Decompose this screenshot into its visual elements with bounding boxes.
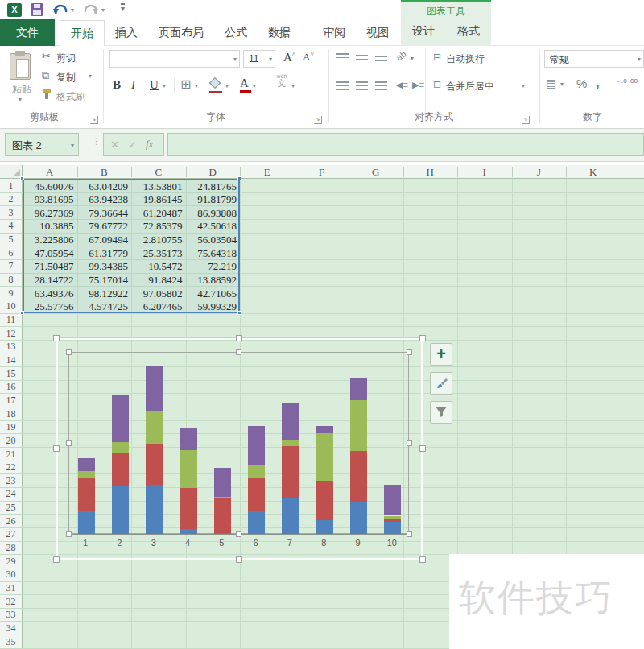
number-format-combo[interactable]: 常规▾ (544, 50, 644, 68)
bar-segment-series-c-cat3[interactable] (146, 411, 163, 444)
accounting-dropdown-icon[interactable]: ▾ (560, 81, 564, 88)
bar-segment-series-d-cat2[interactable] (112, 395, 129, 442)
customize-qat-icon[interactable]: ▾ (121, 3, 125, 13)
bar-segment-series-c-cat4[interactable] (180, 450, 197, 488)
align-center-icon[interactable] (356, 81, 368, 90)
bar-segment-series-c-cat2[interactable] (112, 442, 129, 453)
row-header-24[interactable]: 24 (0, 488, 22, 500)
row-header-16[interactable]: 16 (0, 381, 22, 393)
row-header-17[interactable]: 17 (0, 395, 22, 407)
row-header-30[interactable]: 30 (0, 568, 22, 581)
bar-segment-series-a-cat10[interactable] (384, 522, 401, 535)
underline-dropdown-icon[interactable]: ▾ (163, 82, 166, 89)
bar-segment-series-c-cat1[interactable] (78, 471, 95, 478)
name-box[interactable]: 图表 2 ▾ (5, 133, 79, 156)
paste-dropdown-icon[interactable]: ▾ (19, 96, 22, 103)
chart-selection-handle[interactable] (419, 445, 426, 452)
merge-dropdown-icon[interactable]: ▾ (522, 82, 525, 89)
undo-dropdown-icon[interactable]: ▾ (71, 6, 74, 14)
tab-page-layout[interactable]: 页面布局 (148, 20, 214, 46)
align-top-icon[interactable] (336, 53, 349, 60)
bar-segment-series-b-cat9[interactable] (350, 451, 367, 502)
row-header-33[interactable]: 33 (0, 609, 22, 621)
bar-segment-series-d-cat3[interactable] (146, 366, 163, 411)
select-all-corner[interactable] (0, 165, 23, 179)
bar-segment-series-a-cat8[interactable] (316, 520, 333, 535)
row-header-28[interactable]: 28 (0, 542, 22, 554)
bar-segment-series-d-cat5[interactable] (214, 468, 231, 497)
plot-selection-handle[interactable] (236, 349, 242, 355)
name-box-dropdown-icon[interactable]: ▾ (71, 142, 74, 149)
bar-segment-series-d-cat10[interactable] (384, 485, 401, 516)
row-header-35[interactable]: 35 (0, 636, 22, 648)
row-header-27[interactable]: 27 (0, 528, 22, 540)
bar-segment-series-b-cat10[interactable] (384, 519, 401, 522)
bar-segment-series-d-cat8[interactable] (316, 426, 333, 433)
row-header-34[interactable]: 34 (0, 622, 22, 635)
cut-button[interactable]: 剪切 (56, 52, 76, 65)
tab-file[interactable]: 文件 (0, 19, 55, 46)
copy-button[interactable]: 复制 (56, 71, 76, 85)
chart-selection-handle[interactable] (53, 335, 60, 341)
bold-button[interactable]: B (113, 78, 121, 92)
row-header-10[interactable]: 10 (0, 300, 22, 312)
plot-selection-handle[interactable] (66, 531, 72, 537)
row-header-11[interactable]: 11 (0, 314, 22, 326)
decrease-indent-icon[interactable]: ◀≡ (396, 80, 408, 90)
comma-style-icon[interactable]: , (596, 75, 600, 91)
column-header-E[interactable]: E (240, 166, 295, 178)
row-header-5[interactable]: 5 (0, 234, 22, 246)
column-header-F[interactable]: F (295, 166, 349, 178)
bar-segment-series-d-cat1[interactable] (78, 458, 95, 471)
tab-chart-design[interactable]: 设计 (412, 24, 435, 39)
bar-segment-series-d-cat6[interactable] (248, 426, 265, 465)
chart-selection-handle[interactable] (236, 556, 242, 563)
bar-segment-series-a-cat9[interactable] (350, 502, 367, 535)
bar-segment-series-a-cat1[interactable] (78, 511, 95, 535)
save-icon[interactable] (31, 3, 43, 16)
shrink-font-button[interactable]: A˅ (303, 51, 314, 64)
bar-segment-series-a-cat3[interactable] (146, 485, 163, 535)
tab-insert[interactable]: 插入 (105, 20, 148, 46)
accounting-format-icon[interactable]: ▤ (546, 76, 556, 89)
bar-segment-series-b-cat8[interactable] (316, 481, 333, 520)
row-header-2[interactable]: 2 (0, 193, 22, 205)
fill-color-icon[interactable] (209, 78, 224, 93)
bar-segment-series-c-cat10[interactable] (384, 516, 401, 519)
align-middle-icon[interactable] (356, 55, 368, 61)
font-size-combo[interactable]: 11▾ (243, 50, 275, 68)
font-color-icon[interactable]: A (240, 76, 249, 90)
copy-dropdown-icon[interactable]: ▾ (89, 72, 92, 80)
row-header-25[interactable]: 25 (0, 502, 22, 514)
chart-plot-area[interactable] (68, 352, 409, 534)
formula-input[interactable] (167, 133, 644, 156)
undo-icon[interactable] (52, 2, 69, 17)
range-corner-handle[interactable] (237, 311, 242, 315)
row-header-7[interactable]: 7 (0, 260, 22, 272)
column-header-D[interactable]: D (186, 166, 241, 178)
row-header-19[interactable]: 19 (0, 421, 22, 433)
paste-button[interactable]: 粘贴 (10, 83, 34, 97)
row-header-4[interactable]: 4 (0, 220, 22, 232)
align-left-icon[interactable] (336, 81, 349, 90)
row-header-8[interactable]: 8 (0, 274, 22, 286)
bar-segment-series-d-cat4[interactable] (180, 428, 197, 449)
row-header-13[interactable]: 13 (0, 341, 22, 353)
font-color-dropdown-icon[interactable]: ▾ (253, 82, 256, 89)
bar-segment-series-b-cat1[interactable] (78, 478, 95, 511)
phonetic-dropdown-icon[interactable]: ▾ (291, 82, 295, 89)
range-corner-handle[interactable] (20, 311, 24, 315)
font-dialog-launcher-icon[interactable]: ↘ (314, 116, 322, 124)
chart-elements-button[interactable]: + (430, 343, 452, 366)
borders-icon[interactable]: ⊞ (180, 76, 191, 92)
bar-segment-series-b-cat6[interactable] (248, 478, 265, 511)
chart-selection-handle[interactable] (419, 335, 426, 341)
clipboard-dialog-launcher-icon[interactable]: ↘ (90, 116, 98, 124)
row-header-21[interactable]: 21 (0, 449, 22, 461)
tab-review[interactable]: 审阅 (312, 20, 356, 46)
bar-segment-series-b-cat3[interactable] (146, 444, 163, 485)
column-header-I[interactable]: I (457, 166, 512, 178)
chart-selection-handle[interactable] (53, 445, 60, 452)
alignment-dialog-launcher-icon[interactable]: ↘ (522, 116, 530, 124)
plot-selection-handle[interactable] (407, 349, 412, 355)
